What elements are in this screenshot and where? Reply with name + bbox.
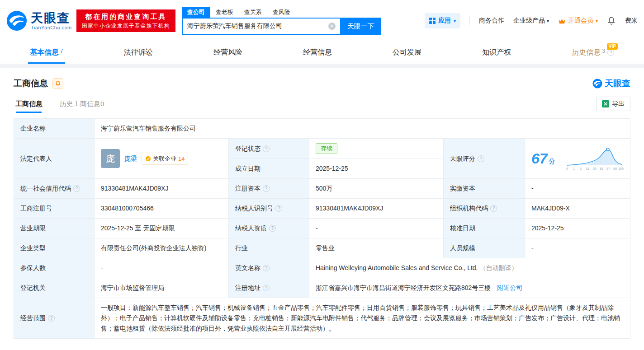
tab-operating-info[interactable]: 经营信息 [301,42,334,64]
establish-date-label: 成立日期 [229,159,309,179]
tianyancha-logo-icon [6,10,27,31]
help-icon[interactable]: ? [275,205,282,212]
tab-intellectual-property[interactable]: 知识产权 [480,42,513,64]
export-button[interactable]: 导出 [596,97,630,111]
search-tab-risk[interactable]: 查风险 [267,7,296,18]
insured-label: 参保人数 [14,258,95,278]
help-icon[interactable]: ? [48,315,55,322]
credit-code-label: 统一社会信用代码 ? [14,179,95,199]
search-input[interactable] [187,23,328,30]
apps-label: 应用 [438,17,451,25]
score-cell: 67分 0 1 3 15 50 85 97 [525,139,630,179]
notifications-button[interactable] [607,16,616,25]
tab-count: 3 [602,48,605,54]
promo-banner: 都在用的商业查询工具 国家中小企业发展子基金旗下机构 [76,9,175,32]
excel-icon [602,100,609,107]
help-icon[interactable]: ? [478,155,484,162]
tab-history-info[interactable]: VIP 历史信息 3 ? [570,42,616,64]
company-type-value: 有限责任公司(外商投资企业法人独资) [95,238,229,258]
tianyancha-logo[interactable]: 天眼查 TianYanCha.com [6,10,72,31]
credit-code-value: 91330481MAK4JD09XJ [95,179,229,199]
business-scope-value: 一般项目：新能源汽车整车销售；汽车销售；机械设备销售；五金产品零售；汽车零配件零… [95,298,630,339]
table-row: 统一社会信用代码 ? 91330481MAK4JD09XJ 注册资本 ? 500… [14,179,630,199]
bell-icon [607,16,616,25]
svg-text:97: 97 [606,167,610,170]
tab-basic-info[interactable]: 基本信息 7 [28,42,65,64]
subtab-history-business-info[interactable]: 历史工商信息0 [58,100,106,113]
reg-number-value: 330481000705466 [95,199,229,219]
business-scope-label: 经营范围 ? [14,298,95,339]
user-menu[interactable]: 费米 [625,17,638,25]
help-icon[interactable]: ? [263,145,270,152]
business-term-value: 2025-12-25 至 无固定期限 [95,219,229,238]
company-name-label: 企业名称 [14,119,95,139]
address-cell: 浙江省嘉兴市海宁市海昌街道海宁经济开发区文苑路802号三楼 附近公司 [309,278,630,298]
table-row: 工商注册号 330481000705466 纳税人识别号 ? 91330481M… [14,199,630,219]
approval-date-label: 核准日期 [444,219,525,238]
vip-badge: VIP [607,43,618,50]
svg-text:100: 100 [618,167,624,170]
reg-number-label: 工商注册号 [14,199,95,219]
reg-capital-label: 注册资本 ? [229,179,309,199]
subtab-business-info[interactable]: 工商信息 [14,100,44,113]
nearby-companies-link[interactable]: 附近公司 [497,284,522,291]
taxpayer-id-label: 纳税人识别号 ? [229,199,309,219]
business-info-card: 工商信息 天眼查 工商信息 历史工商信息0 [0,68,644,350]
address-value: 浙江省嘉兴市海宁市海昌街道海宁经济开发区文苑路802号三楼 [316,284,491,291]
help-icon[interactable]: ? [263,265,270,271]
monitor-bell-button[interactable] [52,78,63,89]
org-code-value: MAK4JD09-X [525,199,630,219]
svg-text:1: 1 [573,167,575,170]
legal-rep-avatar[interactable]: 庞 [101,149,120,168]
subtab-row: 工商信息 历史工商信息0 导出 [14,97,630,113]
reg-capital-value: 500万 [309,179,444,199]
taxpayer-quality-value: - [309,219,444,238]
username: 费米 [625,17,638,25]
business-cooperation-link[interactable]: 商务合作 [479,17,504,25]
svg-text:0: 0 [566,167,568,170]
help-icon[interactable]: ? [263,185,270,192]
chevron-down-icon: ▾ [454,19,456,23]
insured-value: - [95,258,229,278]
paid-capital-label: 实缴资本 [444,179,525,199]
chevron-down-icon: ▾ [596,19,598,23]
clear-search-icon[interactable]: ✕ [328,23,336,30]
approval-date-value: 2025-12-25 [525,219,630,238]
promo-line2: 国家中小企业发展子基金旗下机构 [82,22,170,30]
legal-rep-link[interactable]: 庞梁 [124,154,137,164]
company-nav-tabs: 基本信息 7 法律诉讼 经营风险 经营信息 公司发展 知识产权 VIP 历史信息… [0,42,644,64]
related-companies-tag[interactable]: 关联企业 14 [142,153,188,165]
tab-company-development[interactable]: 公司发展 [391,42,423,64]
address-label: 注册地址 ? [229,278,309,298]
help-icon[interactable]: ? [490,205,497,212]
bell-icon [55,80,61,87]
search-tab-company[interactable]: 查公司 [182,7,210,18]
table-row: 法定代表人 庞 庞梁 关联企业 14 [14,139,630,159]
chevron-down-icon: ▾ [547,19,549,23]
header-right: 应用 ▾ 商务合作 企业级产品 ▾ 开通会员 ▾ [425,13,638,28]
reg-status-label: 登记状态 ? [229,139,309,159]
reg-status-cell: 存续 [309,139,444,159]
top-header: 天眼查 TianYanCha.com 都在用的商业查询工具 国家中小企业发展子基… [0,0,644,42]
svg-text:3: 3 [580,167,582,170]
open-vip-link[interactable]: 开通会员 ▾ [558,17,598,25]
score-value: 67分 [531,151,555,167]
search-tab-relation[interactable]: 查关系 [239,7,267,18]
help-icon[interactable]: ? [263,285,270,291]
tab-operating-risk[interactable]: 经营风险 [212,42,244,64]
search-area: 查公司 查老板 查关系 查风险 ✕ 天眼一下 [182,7,381,35]
auto-translate-note: （自动翻译） [479,264,517,271]
watermark-brand: 天眼查 [592,78,630,89]
search-button[interactable]: 天眼一下 [341,18,381,35]
help-icon[interactable]: ? [73,185,80,192]
tab-legal-proceedings[interactable]: 法律诉讼 [122,42,155,64]
score-label: 天眼评分 ? [444,139,525,179]
registry-value: 海宁市市场监督管理局 [95,278,229,298]
promo-line1: 都在用的商业查询工具 [82,12,170,22]
search-tab-boss[interactable]: 查老板 [210,7,239,18]
help-icon[interactable]: ? [607,49,614,56]
apps-menu-button[interactable]: 应用 ▾ [425,13,460,28]
enterprise-products-link[interactable]: 企业级产品 ▾ [513,17,549,25]
taxpayer-id-value: 91330481MAK4JD09XJ [309,199,444,219]
help-icon[interactable]: ? [269,225,276,232]
